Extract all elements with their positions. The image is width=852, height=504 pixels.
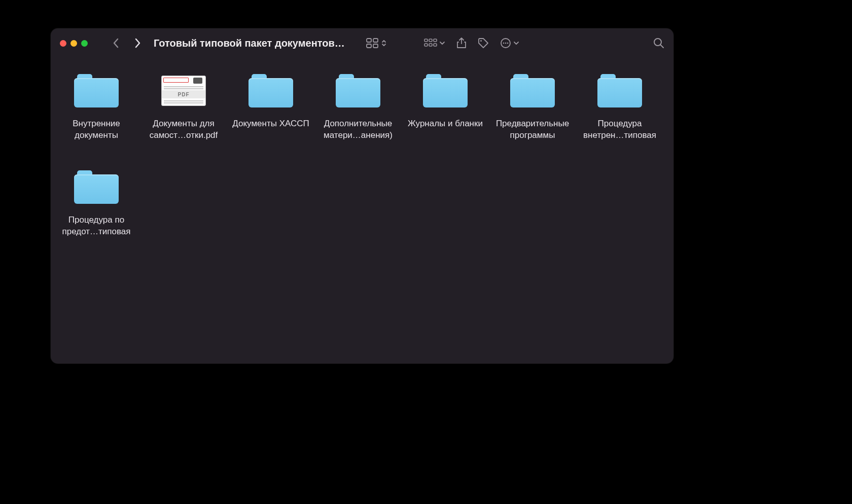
folder-icon — [510, 74, 555, 107]
svg-rect-0 — [367, 39, 371, 42]
folder-icon — [248, 74, 293, 107]
item-label: Процедура внетрен…типовая — [579, 118, 660, 141]
item-icon-wrap — [489, 67, 576, 115]
share-icon — [456, 38, 467, 49]
chevron-down-icon — [439, 40, 445, 46]
close-window-button[interactable] — [60, 40, 66, 47]
item-icon-wrap — [402, 67, 489, 115]
ellipsis-circle-icon — [500, 38, 511, 49]
item-label: Журналы и бланки — [405, 118, 486, 129]
folder-item[interactable]: Процедура внетрен…типовая — [576, 67, 663, 163]
chevron-right-icon — [133, 38, 141, 48]
group-by-button[interactable] — [424, 39, 445, 48]
svg-rect-2 — [367, 44, 371, 48]
item-label: Внутренние документы — [56, 118, 137, 141]
svg-rect-4 — [424, 39, 428, 42]
item-label: Документы для самост…отки.pdf — [143, 118, 224, 141]
folder-icon — [74, 170, 119, 204]
up-down-chevron-icon — [381, 38, 386, 48]
item-icon-wrap: PDF — [140, 67, 227, 115]
item-label: Дополнительные матери…анения) — [317, 118, 399, 141]
item-icon-wrap — [53, 67, 140, 115]
item-icon-wrap — [227, 67, 314, 115]
item-icon-wrap — [576, 67, 663, 115]
svg-rect-6 — [434, 39, 437, 42]
folder-icon — [336, 74, 380, 107]
folder-icon — [74, 74, 119, 107]
folder-item[interactable]: Внутренние документы — [53, 67, 140, 163]
minimize-window-button[interactable] — [70, 40, 77, 47]
share-button[interactable] — [456, 38, 467, 49]
group-icon — [424, 39, 437, 48]
nav-forward-button[interactable] — [130, 36, 145, 50]
svg-rect-3 — [373, 44, 378, 48]
svg-point-12 — [503, 43, 504, 44]
window-controls — [60, 40, 88, 47]
file-grid: Внутренние документыPDFДокументы для сам… — [51, 58, 673, 364]
svg-point-10 — [480, 40, 482, 42]
search-button[interactable] — [653, 38, 664, 49]
tags-button[interactable] — [478, 38, 489, 49]
window-title: Готовый типовой пакет документов… — [154, 38, 345, 49]
folder-icon — [597, 74, 642, 107]
folder-item[interactable]: Предварительные программы — [489, 67, 576, 163]
view-mode-button[interactable] — [366, 38, 386, 48]
svg-point-13 — [505, 43, 506, 44]
folder-item[interactable]: Документы ХАССП — [227, 67, 314, 163]
finder-window: Готовый типовой пакет документов… — [51, 28, 673, 364]
nav-back-button[interactable] — [109, 36, 123, 50]
svg-rect-8 — [429, 44, 432, 46]
file-item[interactable]: PDFДокументы для самост…отки.pdf — [140, 67, 227, 163]
fullscreen-window-button[interactable] — [81, 40, 88, 47]
folder-item[interactable]: Дополнительные матери…анения) — [314, 67, 402, 163]
folder-icon — [423, 74, 468, 107]
grid-view-icon — [366, 38, 379, 48]
item-icon-wrap — [53, 163, 140, 211]
tag-icon — [478, 38, 489, 49]
svg-rect-9 — [434, 44, 437, 46]
pdf-file-icon: PDF — [161, 76, 206, 106]
svg-point-14 — [507, 43, 508, 44]
item-label: Предварительные программы — [492, 118, 573, 141]
chevron-left-icon — [112, 38, 120, 48]
folder-item[interactable]: Процедура по предот…типовая — [53, 163, 140, 260]
folder-item[interactable]: Журналы и бланки — [402, 67, 489, 163]
search-icon — [653, 38, 664, 49]
more-actions-button[interactable] — [500, 38, 519, 49]
toolbar-actions — [424, 38, 519, 49]
item-label: Документы ХАССП — [230, 118, 311, 129]
titlebar: Готовый типовой пакет документов… — [51, 28, 673, 58]
svg-rect-5 — [429, 39, 432, 42]
item-icon-wrap — [314, 67, 402, 115]
chevron-down-icon — [513, 40, 519, 46]
item-label: Процедура по предот…типовая — [56, 214, 137, 238]
svg-rect-1 — [373, 39, 378, 42]
svg-rect-7 — [424, 44, 428, 46]
